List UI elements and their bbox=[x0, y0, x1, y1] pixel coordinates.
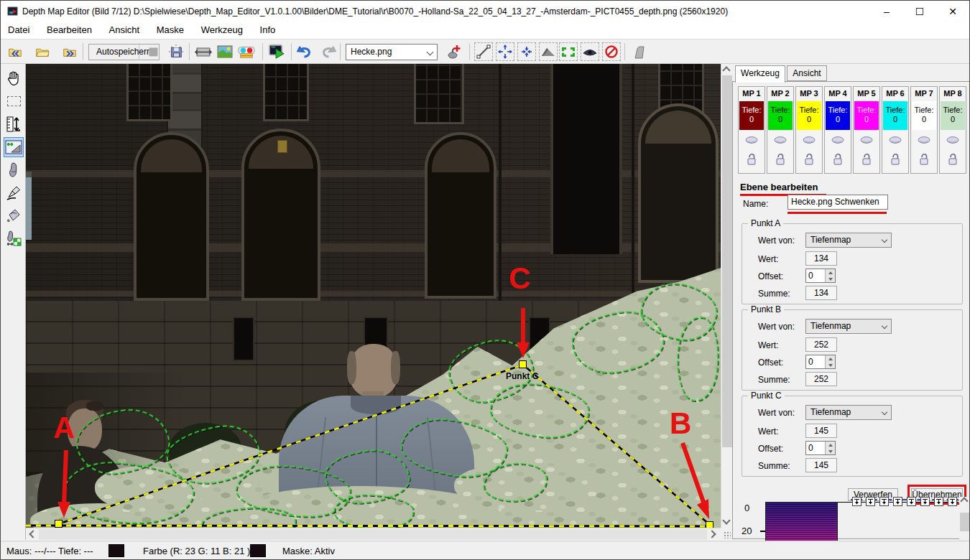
add-layer-icon[interactable] bbox=[445, 43, 462, 60]
measure-point-column-2[interactable]: MP 2 Tiefe:0 bbox=[767, 86, 794, 174]
offset-spinner[interactable]: 0 bbox=[805, 269, 836, 283]
depth-marker-icon[interactable] bbox=[866, 497, 875, 506]
render-preview-icon[interactable] bbox=[268, 43, 285, 60]
spinner-buttons[interactable] bbox=[825, 442, 835, 454]
minimize-button[interactable]: – bbox=[870, 1, 903, 22]
fill-bucket-icon[interactable] bbox=[4, 206, 24, 226]
horizontal-scroll-thumb[interactable] bbox=[39, 529, 707, 540]
scroll-right-icon[interactable] bbox=[708, 530, 716, 538]
measure-point-column-4[interactable]: MP 4 Tiefe:0 bbox=[824, 86, 851, 174]
measure-point-column-6[interactable]: MP 6 Tiefe:0 bbox=[882, 86, 909, 174]
undo-icon[interactable] bbox=[295, 43, 313, 60]
smudge-mask-icon[interactable] bbox=[4, 229, 24, 249]
stop-icon[interactable] bbox=[144, 43, 162, 60]
rect-select-icon[interactable] bbox=[4, 91, 24, 111]
image-canvas[interactable]: A C B Punkt C bbox=[26, 64, 721, 528]
offset-spinner[interactable]: 0 bbox=[805, 355, 836, 369]
menu-datei[interactable]: Datei bbox=[1, 22, 37, 39]
eye-icon[interactable] bbox=[889, 136, 902, 144]
depth-marker-icon[interactable] bbox=[934, 497, 943, 506]
summe-value: 252 bbox=[805, 372, 837, 386]
canvas-horizontal-scrollbar[interactable] bbox=[26, 528, 721, 540]
open-next-image-icon[interactable] bbox=[61, 43, 78, 60]
smudge-finger-icon[interactable] bbox=[4, 160, 24, 180]
draw-pen-icon[interactable] bbox=[4, 183, 24, 203]
expand-arrows-icon[interactable] bbox=[496, 43, 514, 60]
scroll-up-icon[interactable] bbox=[722, 66, 730, 74]
gradient-mountain-icon[interactable] bbox=[540, 43, 557, 60]
spinner-buttons[interactable] bbox=[825, 355, 835, 368]
lock-open-icon[interactable] bbox=[890, 153, 900, 166]
hand-pan-icon[interactable] bbox=[4, 68, 24, 88]
lock-open-icon[interactable] bbox=[862, 153, 872, 166]
depth-marker-icon[interactable] bbox=[920, 497, 930, 506]
eye-icon[interactable] bbox=[946, 136, 959, 144]
image-pan-icon[interactable] bbox=[195, 43, 212, 60]
tab-werkzeug[interactable]: Werkzeug bbox=[735, 65, 785, 83]
wert-von-dropdown[interactable]: Tiefenmap bbox=[805, 405, 892, 420]
menu-maske[interactable]: Maske bbox=[149, 22, 191, 39]
scroll-down-icon[interactable] bbox=[722, 516, 730, 524]
gradient-wedge-icon[interactable] bbox=[632, 43, 649, 60]
disable-sign-icon[interactable] bbox=[603, 43, 620, 60]
lock-open-icon[interactable] bbox=[833, 153, 843, 166]
title-bar[interactable]: Depth Map Editor (Bild 7/12) D:\Spielwie… bbox=[1, 1, 969, 22]
menu-bearbeiten[interactable]: Bearbeiten bbox=[40, 22, 99, 39]
lock-open-icon[interactable] bbox=[804, 153, 814, 166]
redo-icon[interactable] bbox=[320, 43, 338, 60]
panel-scroll-thumb[interactable] bbox=[960, 513, 969, 531]
measure-point-column-5[interactable]: MP 5 Tiefe:0 bbox=[853, 86, 880, 174]
lock-open-icon[interactable] bbox=[747, 153, 757, 166]
eye-icon[interactable] bbox=[918, 136, 930, 144]
layer-pan-tool-icon-selected[interactable] bbox=[4, 137, 24, 157]
collapse-arrows-icon[interactable] bbox=[518, 43, 535, 60]
menu-info[interactable]: Info bbox=[253, 22, 283, 39]
measure-point-column-1[interactable]: MP 1 Tiefe:0 bbox=[738, 86, 765, 174]
close-button[interactable]: ✕ bbox=[936, 1, 969, 22]
open-folder-icon[interactable] bbox=[34, 43, 51, 60]
vertical-scroll-thumb[interactable] bbox=[722, 75, 732, 447]
menu-ansicht[interactable]: Ansicht bbox=[102, 22, 147, 39]
spinner-buttons[interactable] bbox=[825, 269, 835, 282]
layer-select[interactable]: Hecke.png bbox=[346, 44, 438, 60]
point-a-handle[interactable] bbox=[55, 520, 63, 528]
wert-von-dropdown[interactable]: Tiefenmap bbox=[805, 233, 892, 248]
selection-green-icon[interactable] bbox=[560, 43, 577, 60]
lock-open-icon[interactable] bbox=[919, 153, 929, 166]
layer-name-input[interactable]: Hecke.png Schwenken bbox=[787, 195, 888, 210]
eye-icon[interactable] bbox=[774, 136, 787, 144]
scroll-up-icon[interactable] bbox=[960, 497, 968, 505]
resize-grip[interactable] bbox=[721, 528, 732, 540]
measure-point-column-7[interactable]: MP 7 Tiefe:0 bbox=[910, 86, 938, 174]
tab-ansicht[interactable]: Ansicht bbox=[787, 65, 827, 81]
anaglyph-glasses-icon[interactable] bbox=[238, 43, 255, 60]
canvas-vertical-scrollbar[interactable] bbox=[721, 64, 732, 528]
depth-gradient-icon[interactable] bbox=[4, 114, 24, 134]
eye-icon[interactable] bbox=[745, 136, 758, 144]
save-floppy-icon[interactable] bbox=[167, 43, 185, 60]
chevron-down-icon bbox=[882, 409, 887, 415]
depth-marker-icon[interactable] bbox=[948, 497, 957, 506]
open-prev-image-icon[interactable] bbox=[6, 43, 24, 60]
depth-marker-icon[interactable] bbox=[907, 497, 916, 506]
depth-marker-icon[interactable] bbox=[852, 497, 862, 506]
image-view-icon[interactable] bbox=[216, 43, 234, 60]
point-b-handle[interactable] bbox=[706, 521, 713, 528]
measure-point-column-3[interactable]: MP 3 Tiefe:0 bbox=[795, 86, 823, 174]
toggle-visibility-icon[interactable] bbox=[581, 43, 599, 60]
eye-icon[interactable] bbox=[803, 136, 816, 144]
depth-marker-icon[interactable] bbox=[879, 497, 889, 506]
line-tool-icon[interactable] bbox=[475, 43, 492, 60]
scroll-left-icon[interactable] bbox=[29, 530, 37, 538]
eye-icon[interactable] bbox=[831, 136, 844, 144]
lock-open-icon[interactable] bbox=[948, 153, 958, 166]
measure-point-column-8[interactable]: MP 8 Tiefe:0 bbox=[939, 86, 966, 174]
depth-marker-icon[interactable] bbox=[893, 497, 902, 506]
wert-von-dropdown[interactable]: Tiefenmap bbox=[805, 319, 892, 334]
eye-icon[interactable] bbox=[860, 136, 873, 144]
menu-werkzeug[interactable]: Werkzeug bbox=[194, 22, 250, 39]
offset-spinner[interactable]: 0 bbox=[805, 441, 836, 455]
maximize-button[interactable]: ☐ bbox=[903, 1, 936, 22]
lock-open-icon[interactable] bbox=[775, 153, 785, 166]
point-c-handle[interactable] bbox=[519, 360, 527, 368]
